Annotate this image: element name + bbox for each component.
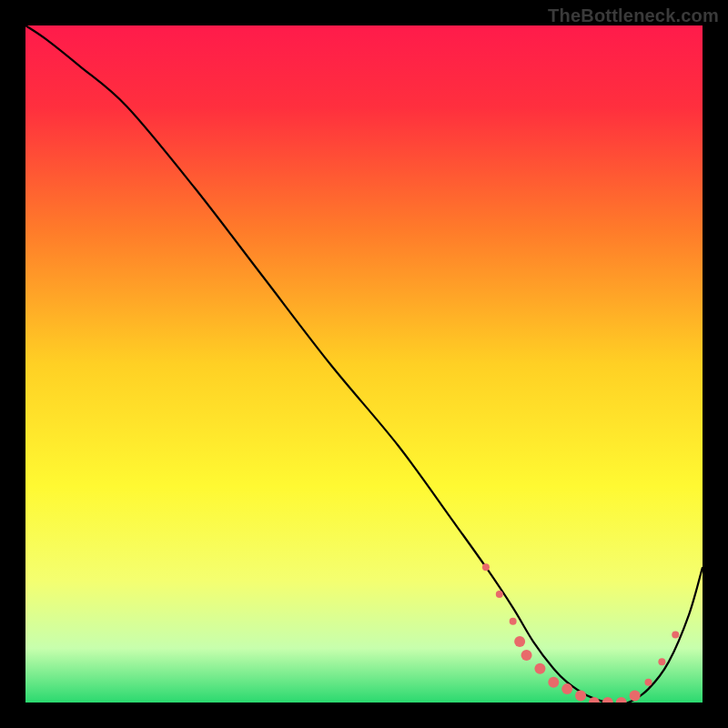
marker-dot	[672, 632, 679, 639]
marker-dot	[482, 563, 490, 571]
gradient-background	[25, 25, 703, 703]
marker-dot	[514, 636, 525, 647]
marker-dot	[548, 677, 559, 688]
chart-container: TheBottleneck.com	[0, 0, 728, 728]
chart-svg	[25, 25, 703, 703]
marker-dot	[496, 591, 503, 598]
marker-dot	[644, 679, 652, 686]
plot-area	[25, 25, 703, 703]
watermark-text: TheBottleneck.com	[548, 5, 719, 26]
marker-dot	[575, 691, 586, 702]
marker-dot	[510, 618, 517, 625]
marker-dot	[658, 658, 665, 665]
marker-dot	[630, 691, 641, 702]
marker-dot	[521, 650, 532, 661]
marker-dot	[561, 683, 572, 694]
marker-dot	[534, 663, 545, 674]
